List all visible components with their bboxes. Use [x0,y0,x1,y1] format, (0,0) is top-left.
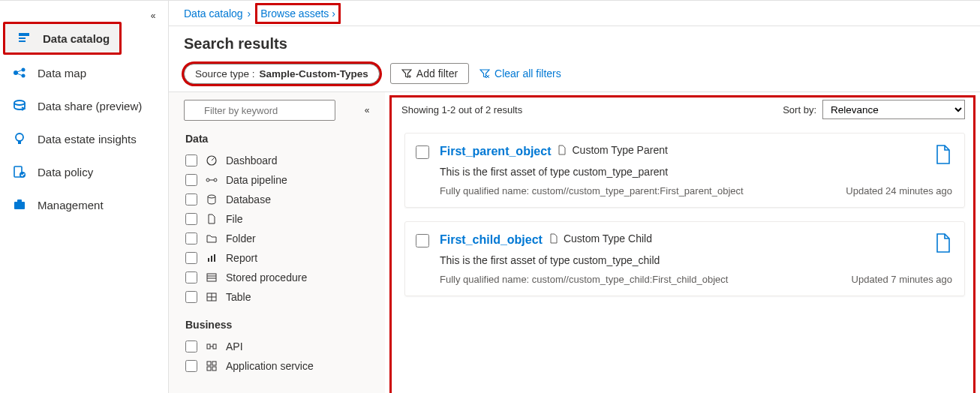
nav-item-data-catalog[interactable]: Data catalog [3,22,122,55]
nav-label: Data catalog [43,32,110,45]
nav-item-management[interactable]: Management [0,188,168,221]
filter-checkbox[interactable] [185,272,197,284]
svg-line-6 [17,70,22,73]
result-checkbox[interactable] [416,146,429,159]
insights-icon [12,131,27,146]
asset-type: Custom Type Parent [557,144,667,156]
nav-label: Data share (preview) [38,100,142,112]
sort-label: Sort by: [783,104,816,116]
document-icon [934,144,952,165]
clear-filter-icon [479,68,490,79]
filter-keyword-input[interactable] [184,100,335,121]
share-icon [12,98,27,113]
filter-item[interactable]: File [184,209,374,229]
sort-select[interactable]: Relevance [822,100,965,119]
filter-item[interactable]: Table [184,287,374,307]
type-icon [205,194,218,206]
results-area: Showing 1-2 out of 2 results Sort by: Re… [385,92,980,393]
nav-label: Data map [38,67,86,80]
nav-label: Data estate insights [38,133,137,146]
type-icon [205,360,218,372]
filter-checkbox[interactable] [185,232,197,244]
svg-point-5 [22,74,26,78]
type-icon [205,252,218,264]
svg-point-24 [208,195,215,198]
breadcrumb-current-highlight: Browse assets › [255,3,341,24]
svg-line-20 [212,158,214,160]
add-filter-button[interactable]: Add filter [390,63,469,84]
filter-checkbox[interactable] [185,340,197,352]
filter-item[interactable]: Dashboard [184,151,374,170]
nav-label: Data policy [38,166,93,178]
svg-point-3 [14,70,18,75]
filter-checkbox[interactable] [185,154,197,166]
svg-point-9 [16,134,23,141]
chevron-right-icon: › [248,8,251,20]
filter-panel-collapse[interactable]: « [359,105,374,116]
results-summary: Showing 1-2 out of 2 results [401,104,522,116]
type-icon [205,272,218,284]
asset-updated: Updated 7 minutes ago [852,274,952,285]
svg-rect-26 [211,256,212,262]
result-checkbox[interactable] [416,234,429,248]
add-filter-label: Add filter [416,68,458,80]
map-icon [12,65,27,80]
breadcrumb: Data catalog › Browse assets › [169,1,980,26]
svg-rect-0 [19,33,29,36]
filter-item-label: Folder [226,232,256,244]
svg-rect-2 [19,40,26,42]
asset-title-link[interactable]: First_parent_object [440,145,551,158]
filter-group-title: Business [185,319,374,331]
result-card[interactable]: First_parent_objectCustom Type ParentThi… [404,133,965,208]
filter-panel: « Data DashboardData pipelineDatabaseFil… [169,92,385,393]
filter-item-label: Database [226,194,271,206]
svg-rect-27 [214,254,215,262]
filter-item[interactable]: Application service [184,356,374,376]
filter-item-label: Report [226,252,257,264]
filter-chip-source-type[interactable]: Source type : Sample-Custom-Types [184,64,380,84]
filter-icon [401,68,412,79]
filter-item-label: File [226,213,243,225]
main: Data catalog › Browse assets › Search re… [169,1,980,393]
clear-filters-button[interactable]: Clear all filters [479,68,561,80]
filter-item[interactable]: Folder [184,229,374,248]
svg-rect-14 [17,200,22,202]
asset-description: This is the first asset of type custom_t… [440,254,952,266]
svg-rect-38 [212,362,216,365]
type-icon [205,291,218,303]
chevron-right-icon: › [332,8,335,20]
asset-title-link[interactable]: First_child_object [440,233,543,246]
nav-item-data-share[interactable]: Data share (preview) [0,89,168,122]
filter-chip-label: Source type : [195,68,255,80]
filter-checkbox[interactable] [185,194,197,206]
type-icon [205,154,218,166]
filter-item[interactable]: Data pipeline [184,170,374,190]
svg-point-12 [20,172,26,178]
filter-checkbox[interactable] [185,174,197,186]
filter-item-label: Application service [226,360,314,372]
filter-item[interactable]: API [184,337,374,356]
filter-item-label: Dashboard [226,154,278,166]
svg-rect-13 [14,202,25,209]
asset-description: This is the first asset of type custom_t… [440,166,952,178]
filter-checkbox[interactable] [185,252,197,264]
nav-item-policy[interactable]: Data policy [0,155,168,188]
nav-item-data-map[interactable]: Data map [0,56,168,89]
filter-checkbox[interactable] [185,360,197,372]
nav-collapse-button[interactable]: « [144,7,162,25]
left-nav: « Data catalog Data map Data share (prev… [0,1,169,393]
filter-item[interactable]: Stored procedure [184,268,374,287]
filter-item[interactable]: Report [184,248,374,268]
nav-item-insights[interactable]: Data estate insights [0,122,168,155]
breadcrumb-root[interactable]: Data catalog [184,8,243,20]
type-icon [205,213,218,225]
filter-checkbox[interactable] [185,291,197,303]
svg-rect-28 [207,274,216,281]
filter-item[interactable]: Database [184,190,374,209]
filter-item-label: Data pipeline [226,174,287,186]
svg-rect-39 [207,367,211,370]
breadcrumb-current[interactable]: Browse assets [260,8,329,20]
result-card[interactable]: First_child_objectCustom Type ChildThis … [404,221,965,296]
filter-checkbox[interactable] [185,213,197,225]
svg-point-4 [22,68,26,72]
